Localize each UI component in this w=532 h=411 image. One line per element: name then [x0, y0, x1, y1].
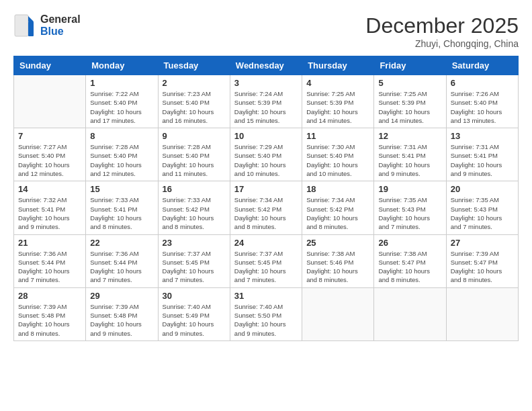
calendar-cell: 17Sunrise: 7:34 AMSunset: 5:42 PMDayligh… [230, 181, 302, 234]
day-number: 29 [90, 291, 153, 301]
column-header-monday: Monday [86, 56, 158, 75]
day-number: 7 [18, 131, 81, 141]
calendar-cell [374, 287, 446, 340]
day-info: Sunrise: 7:40 AMSunset: 5:49 PMDaylight:… [163, 302, 226, 338]
day-number: 9 [163, 131, 226, 141]
calendar-cell: 9Sunrise: 7:28 AMSunset: 5:40 PMDaylight… [158, 128, 230, 181]
calendar-week-row: 1Sunrise: 7:22 AMSunset: 5:40 PMDaylight… [14, 75, 519, 128]
day-info: Sunrise: 7:39 AMSunset: 5:47 PMDaylight:… [451, 249, 514, 285]
location-subtitle: Zhuyi, Chongqing, China [365, 38, 519, 49]
calendar-header-row: SundayMondayTuesdayWednesdayThursdayFrid… [14, 56, 519, 75]
day-info: Sunrise: 7:29 AMSunset: 5:40 PMDaylight:… [234, 142, 298, 178]
day-number: 31 [234, 291, 298, 301]
calendar-table: SundayMondayTuesdayWednesdayThursdayFrid… [13, 56, 519, 341]
day-number: 25 [306, 238, 369, 248]
calendar-cell: 20Sunrise: 7:35 AMSunset: 5:43 PMDayligh… [446, 181, 518, 234]
day-info: Sunrise: 7:33 AMSunset: 5:42 PMDaylight:… [163, 195, 226, 231]
calendar-cell: 4Sunrise: 7:25 AMSunset: 5:39 PMDaylight… [302, 75, 374, 128]
column-header-wednesday: Wednesday [230, 56, 302, 75]
calendar-cell: 21Sunrise: 7:36 AMSunset: 5:44 PMDayligh… [14, 234, 86, 287]
calendar-cell: 24Sunrise: 7:37 AMSunset: 5:45 PMDayligh… [230, 234, 302, 287]
day-info: Sunrise: 7:27 AMSunset: 5:40 PMDaylight:… [18, 142, 81, 178]
day-info: Sunrise: 7:22 AMSunset: 5:40 PMDaylight:… [90, 89, 153, 125]
day-info: Sunrise: 7:26 AMSunset: 5:40 PMDaylight:… [451, 89, 514, 125]
logo-container: General Blue [13, 13, 81, 38]
calendar-cell: 3Sunrise: 7:24 AMSunset: 5:39 PMDaylight… [230, 75, 302, 128]
day-info: Sunrise: 7:30 AMSunset: 5:40 PMDaylight:… [306, 142, 369, 178]
logo: General Blue [13, 13, 81, 38]
day-number: 15 [90, 184, 153, 194]
day-number: 23 [163, 238, 226, 248]
day-number: 10 [234, 131, 298, 141]
calendar-cell: 30Sunrise: 7:40 AMSunset: 5:49 PMDayligh… [158, 287, 230, 340]
day-number: 6 [451, 78, 514, 88]
day-number: 3 [234, 78, 298, 88]
calendar-cell [446, 287, 518, 340]
day-number: 27 [451, 238, 514, 248]
calendar-cell: 18Sunrise: 7:34 AMSunset: 5:42 PMDayligh… [302, 181, 374, 234]
day-info: Sunrise: 7:38 AMSunset: 5:46 PMDaylight:… [306, 249, 369, 285]
calendar-cell: 5Sunrise: 7:25 AMSunset: 5:39 PMDaylight… [374, 75, 446, 128]
day-info: Sunrise: 7:34 AMSunset: 5:42 PMDaylight:… [234, 195, 298, 231]
day-number: 11 [306, 131, 369, 141]
calendar-cell: 10Sunrise: 7:29 AMSunset: 5:40 PMDayligh… [230, 128, 302, 181]
calendar-cell: 14Sunrise: 7:32 AMSunset: 5:41 PMDayligh… [14, 181, 86, 234]
day-number: 24 [234, 238, 298, 248]
month-year-title: December 2025 [365, 13, 519, 38]
calendar-cell: 22Sunrise: 7:36 AMSunset: 5:44 PMDayligh… [86, 234, 158, 287]
day-number: 14 [18, 184, 81, 194]
calendar-week-row: 21Sunrise: 7:36 AMSunset: 5:44 PMDayligh… [14, 234, 519, 287]
calendar-cell: 12Sunrise: 7:31 AMSunset: 5:41 PMDayligh… [374, 128, 446, 181]
page-header: General Blue December 2025 Zhuyi, Chongq… [13, 13, 519, 49]
day-number: 17 [234, 184, 298, 194]
day-info: Sunrise: 7:36 AMSunset: 5:44 PMDaylight:… [90, 249, 153, 285]
calendar-cell: 28Sunrise: 7:39 AMSunset: 5:48 PMDayligh… [14, 287, 86, 340]
calendar-cell: 11Sunrise: 7:30 AMSunset: 5:40 PMDayligh… [302, 128, 374, 181]
day-info: Sunrise: 7:33 AMSunset: 5:41 PMDaylight:… [90, 195, 153, 231]
calendar-cell: 29Sunrise: 7:39 AMSunset: 5:48 PMDayligh… [86, 287, 158, 340]
calendar-week-row: 28Sunrise: 7:39 AMSunset: 5:48 PMDayligh… [14, 287, 519, 340]
calendar-cell [302, 287, 374, 340]
day-number: 2 [163, 78, 226, 88]
calendar-cell: 8Sunrise: 7:28 AMSunset: 5:40 PMDaylight… [86, 128, 158, 181]
day-number: 19 [378, 184, 441, 194]
column-header-friday: Friday [374, 56, 446, 75]
calendar-cell: 23Sunrise: 7:37 AMSunset: 5:45 PMDayligh… [158, 234, 230, 287]
calendar-cell: 19Sunrise: 7:35 AMSunset: 5:43 PMDayligh… [374, 181, 446, 234]
calendar-cell: 26Sunrise: 7:38 AMSunset: 5:47 PMDayligh… [374, 234, 446, 287]
calendar-cell: 6Sunrise: 7:26 AMSunset: 5:40 PMDaylight… [446, 75, 518, 128]
logo-text-general: General [40, 13, 81, 26]
column-header-tuesday: Tuesday [158, 56, 230, 75]
day-number: 20 [451, 184, 514, 194]
day-info: Sunrise: 7:34 AMSunset: 5:42 PMDaylight:… [306, 195, 369, 231]
svg-marker-2 [28, 16, 34, 21]
day-info: Sunrise: 7:31 AMSunset: 5:41 PMDaylight:… [378, 142, 441, 178]
calendar-cell [14, 75, 86, 128]
calendar-cell: 2Sunrise: 7:23 AMSunset: 5:40 PMDaylight… [158, 75, 230, 128]
calendar-cell: 16Sunrise: 7:33 AMSunset: 5:42 PMDayligh… [158, 181, 230, 234]
day-info: Sunrise: 7:32 AMSunset: 5:41 PMDaylight:… [18, 195, 81, 231]
day-info: Sunrise: 7:38 AMSunset: 5:47 PMDaylight:… [378, 249, 441, 285]
day-info: Sunrise: 7:28 AMSunset: 5:40 PMDaylight:… [90, 142, 153, 178]
day-number: 26 [378, 238, 441, 248]
column-header-thursday: Thursday [302, 56, 374, 75]
day-info: Sunrise: 7:25 AMSunset: 5:39 PMDaylight:… [306, 89, 369, 125]
day-info: Sunrise: 7:35 AMSunset: 5:43 PMDaylight:… [451, 195, 514, 231]
day-info: Sunrise: 7:37 AMSunset: 5:45 PMDaylight:… [234, 249, 298, 285]
day-number: 1 [90, 78, 153, 88]
column-header-saturday: Saturday [446, 56, 518, 75]
day-info: Sunrise: 7:39 AMSunset: 5:48 PMDaylight:… [90, 302, 153, 338]
calendar-cell: 15Sunrise: 7:33 AMSunset: 5:41 PMDayligh… [86, 181, 158, 234]
day-info: Sunrise: 7:35 AMSunset: 5:43 PMDaylight:… [378, 195, 441, 231]
title-block: December 2025 Zhuyi, Chongqing, China [365, 13, 519, 49]
calendar-cell: 27Sunrise: 7:39 AMSunset: 5:47 PMDayligh… [446, 234, 518, 287]
day-info: Sunrise: 7:24 AMSunset: 5:39 PMDaylight:… [234, 89, 298, 125]
calendar-week-row: 14Sunrise: 7:32 AMSunset: 5:41 PMDayligh… [14, 181, 519, 234]
calendar-cell: 13Sunrise: 7:31 AMSunset: 5:41 PMDayligh… [446, 128, 518, 181]
day-info: Sunrise: 7:40 AMSunset: 5:50 PMDaylight:… [234, 302, 298, 338]
calendar-cell: 31Sunrise: 7:40 AMSunset: 5:50 PMDayligh… [230, 287, 302, 340]
day-info: Sunrise: 7:36 AMSunset: 5:44 PMDaylight:… [18, 249, 81, 285]
day-info: Sunrise: 7:39 AMSunset: 5:48 PMDaylight:… [18, 302, 81, 338]
day-info: Sunrise: 7:31 AMSunset: 5:41 PMDaylight:… [451, 142, 514, 178]
day-number: 28 [18, 291, 81, 301]
